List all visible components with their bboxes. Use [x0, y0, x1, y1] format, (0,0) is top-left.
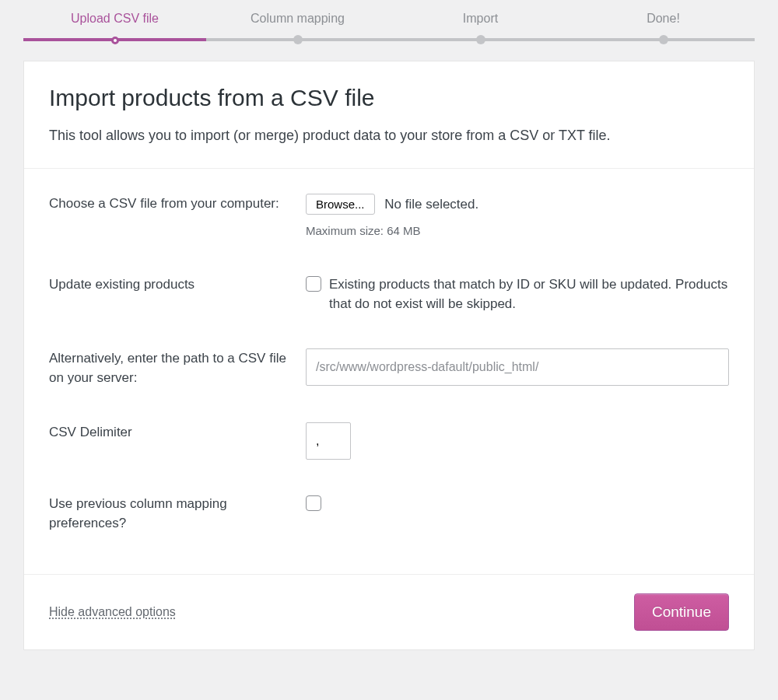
page-description: This tool allows you to import (or merge…	[49, 125, 729, 146]
prev-mapping-checkbox[interactable]	[306, 495, 321, 511]
step-label: Done!	[647, 12, 680, 25]
file-maxsize: Maximum size: 64 MB	[306, 222, 729, 240]
update-label: Update existing products	[49, 275, 306, 295]
row-prev-mapping: Use previous column mapping preferences?	[49, 477, 729, 551]
page-title: Import products from a CSV file	[49, 85, 729, 111]
step-label: Import	[463, 12, 498, 25]
stepper: Upload CSV file Column mapping Import Do…	[23, 0, 755, 61]
row-update-existing: Update existing products Existing produc…	[49, 257, 729, 331]
file-label: Choose a CSV file from your computer:	[49, 194, 306, 214]
delimiter-input[interactable]	[306, 422, 351, 460]
continue-button[interactable]: Continue	[634, 593, 729, 631]
toggle-advanced-link[interactable]: Hide advanced options	[49, 605, 176, 619]
step-column-mapping[interactable]: Column mapping	[206, 12, 389, 41]
step-dot-icon	[111, 37, 119, 44]
browse-button[interactable]: Browse...	[306, 194, 375, 215]
row-server-path: Alternatively, enter the path to a CSV f…	[49, 331, 729, 405]
import-card: Import products from a CSV file This too…	[23, 61, 755, 650]
step-import[interactable]: Import	[389, 12, 572, 41]
path-label: Alternatively, enter the path to a CSV f…	[49, 348, 306, 388]
card-body: Choose a CSV file from your computer: Br…	[24, 168, 754, 574]
step-dot-icon	[659, 35, 668, 44]
step-dot-icon	[476, 35, 485, 44]
path-input[interactable]	[306, 348, 729, 386]
step-dot-icon	[293, 35, 303, 44]
delimiter-label: CSV Delimiter	[49, 422, 306, 443]
row-delimiter: CSV Delimiter	[49, 405, 729, 477]
step-label: Upload CSV file	[71, 12, 159, 25]
update-description: Existing products that match by ID or SK…	[329, 275, 729, 314]
card-footer: Hide advanced options Continue	[24, 574, 754, 649]
step-upload[interactable]: Upload CSV file	[23, 12, 206, 41]
step-label: Column mapping	[251, 12, 345, 25]
update-checkbox[interactable]	[306, 276, 321, 292]
row-file: Choose a CSV file from your computer: Br…	[49, 177, 729, 257]
file-status: No file selected.	[384, 197, 478, 212]
step-done[interactable]: Done!	[572, 12, 755, 41]
card-header: Import products from a CSV file This too…	[24, 61, 754, 168]
prev-mapping-label: Use previous column mapping preferences?	[49, 494, 306, 534]
